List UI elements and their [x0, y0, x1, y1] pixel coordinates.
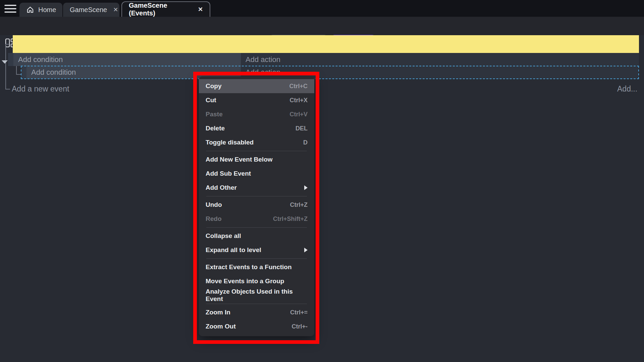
menu-item-move-events-into-group[interactable]: Move Events into a Group — [199, 274, 314, 288]
tree-line — [16, 74, 21, 75]
add-action-button[interactable]: Add action — [241, 53, 639, 66]
tree-line — [5, 44, 6, 89]
menu-item-add-sub-event[interactable]: Add Sub Event — [199, 167, 314, 181]
subevent-drag-handle[interactable] — [21, 66, 26, 79]
tab-home[interactable]: Home — [19, 3, 62, 17]
menu-item-undo[interactable]: Undo Ctrl+Z — [199, 198, 314, 212]
menu-divider — [206, 227, 307, 228]
add-condition-button[interactable]: Add condition — [13, 53, 241, 66]
menu-item-zoom-out[interactable]: Zoom Out Ctrl+- — [199, 319, 314, 334]
comment-event[interactable] — [13, 35, 639, 53]
submenu-arrow-icon — [304, 185, 308, 190]
tab-gamescene-events[interactable]: GameScene (Events) ✕ — [121, 1, 210, 17]
collapse-event-arrow-icon[interactable] — [2, 60, 8, 64]
menu-item-cut[interactable]: Cut Ctrl+X — [199, 93, 314, 107]
close-icon[interactable]: ✕ — [198, 6, 203, 13]
menu-item-zoom-in[interactable]: Zoom In Ctrl+= — [199, 305, 314, 319]
events-toolbar: Preview Publish — [0, 17, 644, 35]
tab-label: GameScene (Events) — [129, 2, 192, 17]
menu-item-toggle-disabled[interactable]: Toggle disabled D — [199, 135, 314, 149]
tab-gamescene[interactable]: GameScene ✕ — [63, 3, 119, 17]
menu-divider — [206, 151, 307, 151]
home-icon — [26, 6, 34, 14]
hamburger-menu-icon[interactable] — [4, 4, 17, 14]
menu-item-collapse-all[interactable]: Collapse all — [199, 229, 314, 243]
close-icon[interactable]: ✕ — [113, 6, 118, 13]
menu-item-redo[interactable]: Redo Ctrl+Shift+Z — [199, 212, 314, 226]
menu-divider — [206, 304, 307, 304]
menu-item-paste[interactable]: Paste Ctrl+V — [199, 107, 314, 121]
menu-divider — [206, 196, 307, 196]
tab-label: GameScene — [70, 6, 107, 14]
tree-line — [16, 66, 17, 75]
menu-item-extract-events-to-function[interactable]: Extract Events to a Function — [199, 260, 314, 274]
tab-strip: Home GameScene ✕ GameScene (Events) ✕ — [0, 0, 644, 17]
menu-item-expand-all-to-level[interactable]: Expand all to level — [199, 243, 314, 257]
add-new-event-link[interactable]: Add a new event — [12, 84, 69, 94]
tree-line — [5, 89, 10, 89]
menu-item-add-new-event-below[interactable]: Add New Event Below — [199, 153, 314, 167]
tab-label: Home — [38, 6, 56, 14]
tree-line — [5, 44, 9, 45]
context-menu: Copy Ctrl+C Cut Ctrl+X Paste Ctrl+V Dele… — [199, 76, 314, 336]
submenu-arrow-icon — [304, 248, 308, 252]
add-more-link[interactable]: Add... — [617, 84, 637, 94]
menu-divider — [206, 258, 307, 259]
menu-item-delete[interactable]: Delete DEL — [199, 121, 314, 135]
event-drag-handle[interactable] — [8, 53, 13, 66]
menu-item-copy[interactable]: Copy Ctrl+C — [199, 79, 314, 93]
menu-item-analyze-objects[interactable]: Analyze Objects Used in this Event — [199, 288, 314, 302]
menu-item-add-other[interactable]: Add Other — [199, 181, 314, 195]
